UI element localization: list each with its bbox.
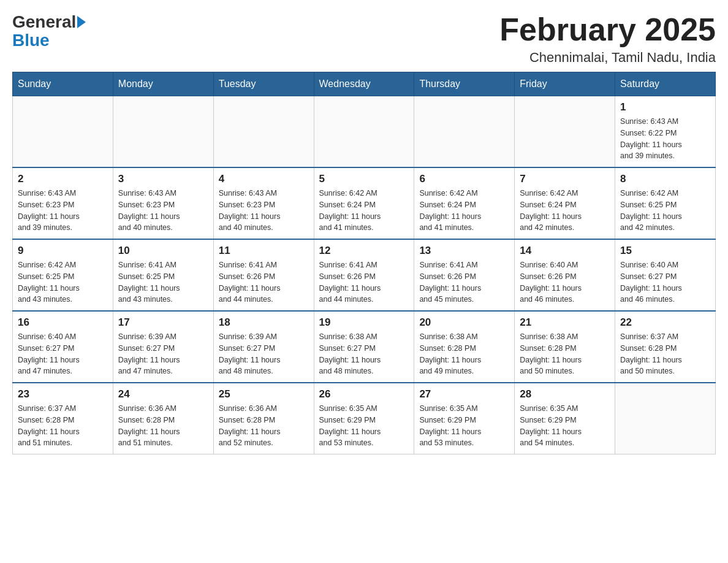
day-info: Sunrise: 6:42 AM Sunset: 6:24 PM Dayligh…	[319, 188, 409, 234]
calendar-cell: 8Sunrise: 6:42 AM Sunset: 6:25 PM Daylig…	[615, 167, 716, 239]
day-info: Sunrise: 6:37 AM Sunset: 6:28 PM Dayligh…	[620, 331, 710, 377]
day-number: 22	[620, 316, 710, 329]
day-info: Sunrise: 6:39 AM Sunset: 6:27 PM Dayligh…	[219, 331, 309, 377]
day-number: 2	[18, 173, 108, 185]
day-info: Sunrise: 6:40 AM Sunset: 6:26 PM Dayligh…	[520, 259, 610, 305]
day-info: Sunrise: 6:41 AM Sunset: 6:25 PM Dayligh…	[118, 259, 208, 305]
calendar-cell: 27Sunrise: 6:35 AM Sunset: 6:29 PM Dayli…	[414, 383, 515, 454]
day-info: Sunrise: 6:41 AM Sunset: 6:26 PM Dayligh…	[319, 259, 409, 305]
location-title: Chennimalai, Tamil Nadu, India	[499, 50, 716, 66]
calendar-cell: 25Sunrise: 6:36 AM Sunset: 6:28 PM Dayli…	[213, 383, 314, 454]
calendar-cell	[213, 96, 314, 168]
calendar-cell: 1Sunrise: 6:43 AM Sunset: 6:22 PM Daylig…	[615, 96, 716, 168]
calendar-cell: 9Sunrise: 6:42 AM Sunset: 6:25 PM Daylig…	[13, 239, 113, 311]
day-number: 21	[520, 316, 610, 329]
logo-blue: Blue	[12, 31, 50, 50]
calendar-cell: 26Sunrise: 6:35 AM Sunset: 6:29 PM Dayli…	[314, 383, 414, 454]
calendar-header-row: SundayMondayTuesdayWednesdayThursdayFrid…	[13, 72, 716, 96]
calendar-cell: 12Sunrise: 6:41 AM Sunset: 6:26 PM Dayli…	[314, 239, 414, 311]
calendar-cell: 6Sunrise: 6:42 AM Sunset: 6:24 PM Daylig…	[414, 167, 515, 239]
calendar-cell: 17Sunrise: 6:39 AM Sunset: 6:27 PM Dayli…	[113, 311, 213, 383]
day-info: Sunrise: 6:38 AM Sunset: 6:27 PM Dayligh…	[319, 331, 409, 377]
calendar-cell	[515, 96, 615, 168]
calendar-cell: 3Sunrise: 6:43 AM Sunset: 6:23 PM Daylig…	[113, 167, 213, 239]
calendar-cell: 7Sunrise: 6:42 AM Sunset: 6:24 PM Daylig…	[515, 167, 615, 239]
day-of-week-header: Sunday	[13, 72, 113, 96]
day-info: Sunrise: 6:36 AM Sunset: 6:28 PM Dayligh…	[118, 403, 208, 449]
page-header: General Blue February 2025 Chennimalai, …	[12, 12, 716, 66]
day-number: 9	[18, 245, 108, 257]
day-info: Sunrise: 6:38 AM Sunset: 6:28 PM Dayligh…	[520, 331, 610, 377]
day-info: Sunrise: 6:40 AM Sunset: 6:27 PM Dayligh…	[620, 259, 710, 305]
day-number: 16	[18, 316, 108, 329]
day-info: Sunrise: 6:41 AM Sunset: 6:26 PM Dayligh…	[419, 259, 509, 305]
day-info: Sunrise: 6:41 AM Sunset: 6:26 PM Dayligh…	[219, 259, 309, 305]
calendar-week-row: 16Sunrise: 6:40 AM Sunset: 6:27 PM Dayli…	[13, 311, 716, 383]
day-of-week-header: Thursday	[414, 72, 515, 96]
day-number: 6	[419, 173, 509, 185]
day-info: Sunrise: 6:39 AM Sunset: 6:27 PM Dayligh…	[118, 331, 208, 377]
day-number: 11	[219, 245, 309, 257]
day-number: 28	[520, 388, 610, 400]
calendar-week-row: 9Sunrise: 6:42 AM Sunset: 6:25 PM Daylig…	[13, 239, 716, 311]
calendar-cell: 28Sunrise: 6:35 AM Sunset: 6:29 PM Dayli…	[515, 383, 615, 454]
day-info: Sunrise: 6:43 AM Sunset: 6:23 PM Dayligh…	[18, 188, 108, 234]
day-number: 5	[319, 173, 409, 185]
day-number: 10	[118, 245, 208, 257]
day-number: 19	[319, 316, 409, 329]
calendar-cell: 2Sunrise: 6:43 AM Sunset: 6:23 PM Daylig…	[13, 167, 113, 239]
calendar-cell: 18Sunrise: 6:39 AM Sunset: 6:27 PM Dayli…	[213, 311, 314, 383]
title-section: February 2025 Chennimalai, Tamil Nadu, I…	[499, 12, 716, 66]
day-info: Sunrise: 6:38 AM Sunset: 6:28 PM Dayligh…	[419, 331, 509, 377]
day-number: 20	[419, 316, 509, 329]
day-of-week-header: Friday	[515, 72, 615, 96]
day-of-week-header: Wednesday	[314, 72, 414, 96]
calendar-cell: 11Sunrise: 6:41 AM Sunset: 6:26 PM Dayli…	[213, 239, 314, 311]
day-number: 1	[620, 101, 710, 113]
day-number: 14	[520, 245, 610, 257]
day-number: 23	[18, 388, 108, 400]
day-number: 8	[620, 173, 710, 185]
day-number: 18	[219, 316, 309, 329]
day-info: Sunrise: 6:42 AM Sunset: 6:25 PM Dayligh…	[620, 188, 710, 234]
day-info: Sunrise: 6:35 AM Sunset: 6:29 PM Dayligh…	[419, 403, 509, 449]
day-info: Sunrise: 6:43 AM Sunset: 6:23 PM Dayligh…	[219, 188, 309, 234]
day-info: Sunrise: 6:40 AM Sunset: 6:27 PM Dayligh…	[18, 331, 108, 377]
calendar-cell: 19Sunrise: 6:38 AM Sunset: 6:27 PM Dayli…	[314, 311, 414, 383]
day-number: 25	[219, 388, 309, 400]
day-number: 3	[118, 173, 208, 185]
calendar-cell: 10Sunrise: 6:41 AM Sunset: 6:25 PM Dayli…	[113, 239, 213, 311]
logo-general: General	[12, 12, 76, 32]
calendar-cell	[615, 383, 716, 454]
logo-arrow-icon	[77, 16, 86, 28]
day-number: 27	[419, 388, 509, 400]
month-title: February 2025	[499, 12, 716, 47]
day-info: Sunrise: 6:37 AM Sunset: 6:28 PM Dayligh…	[18, 403, 108, 449]
day-info: Sunrise: 6:43 AM Sunset: 6:22 PM Dayligh…	[620, 116, 710, 162]
day-info: Sunrise: 6:35 AM Sunset: 6:29 PM Dayligh…	[520, 403, 610, 449]
calendar-cell: 24Sunrise: 6:36 AM Sunset: 6:28 PM Dayli…	[113, 383, 213, 454]
day-number: 13	[419, 245, 509, 257]
calendar-cell: 20Sunrise: 6:38 AM Sunset: 6:28 PM Dayli…	[414, 311, 515, 383]
calendar-cell: 5Sunrise: 6:42 AM Sunset: 6:24 PM Daylig…	[314, 167, 414, 239]
calendar-cell: 13Sunrise: 6:41 AM Sunset: 6:26 PM Dayli…	[414, 239, 515, 311]
day-info: Sunrise: 6:43 AM Sunset: 6:23 PM Dayligh…	[118, 188, 208, 234]
calendar-cell: 15Sunrise: 6:40 AM Sunset: 6:27 PM Dayli…	[615, 239, 716, 311]
calendar-cell	[13, 96, 113, 168]
calendar-week-row: 1Sunrise: 6:43 AM Sunset: 6:22 PM Daylig…	[13, 96, 716, 168]
calendar-cell	[113, 96, 213, 168]
day-number: 24	[118, 388, 208, 400]
day-info: Sunrise: 6:42 AM Sunset: 6:25 PM Dayligh…	[18, 259, 108, 305]
day-number: 7	[520, 173, 610, 185]
day-info: Sunrise: 6:42 AM Sunset: 6:24 PM Dayligh…	[419, 188, 509, 234]
day-of-week-header: Monday	[113, 72, 213, 96]
logo: General Blue	[12, 12, 86, 50]
day-of-week-header: Tuesday	[213, 72, 314, 96]
calendar-week-row: 2Sunrise: 6:43 AM Sunset: 6:23 PM Daylig…	[13, 167, 716, 239]
calendar-cell: 22Sunrise: 6:37 AM Sunset: 6:28 PM Dayli…	[615, 311, 716, 383]
day-number: 26	[319, 388, 409, 400]
day-info: Sunrise: 6:36 AM Sunset: 6:28 PM Dayligh…	[219, 403, 309, 449]
calendar-cell	[414, 96, 515, 168]
day-info: Sunrise: 6:42 AM Sunset: 6:24 PM Dayligh…	[520, 188, 610, 234]
calendar-cell: 16Sunrise: 6:40 AM Sunset: 6:27 PM Dayli…	[13, 311, 113, 383]
